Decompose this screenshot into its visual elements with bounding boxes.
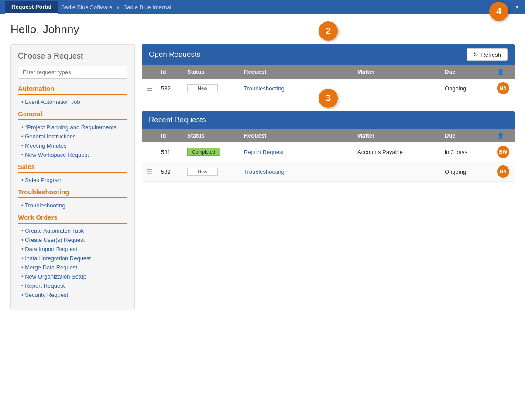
- sidebar-item[interactable]: Report Request: [18, 281, 127, 290]
- row-avatar-cell: NA: [493, 79, 515, 98]
- open-requests-title: Open Requests: [149, 50, 200, 59]
- sidebar-item[interactable]: Merge Data Request: [18, 263, 127, 272]
- row-matter: Accounts Payable: [353, 142, 440, 162]
- request-link[interactable]: Troubleshooting: [244, 169, 285, 175]
- request-link[interactable]: Troubleshooting: [244, 85, 285, 92]
- right-content: 2 Open Requests ↻ Refresh Id Status: [142, 44, 515, 310]
- breadcrumb-dot: ●: [116, 4, 120, 10]
- sidebar-item[interactable]: *Project Planning and Requirements: [18, 123, 127, 132]
- category-sales: SalesSales Program: [18, 163, 127, 185]
- row-status: Completed: [183, 142, 240, 162]
- row-due: Ongoing: [440, 79, 493, 98]
- category-items: *Project Planning and RequirementsGenera…: [18, 123, 127, 159]
- sidebar-item[interactable]: New Organization Setup: [18, 272, 127, 281]
- recent-requests-title: Recent Requests: [149, 116, 206, 124]
- sidebar-item[interactable]: General Instructions: [18, 132, 127, 141]
- open-requests-header-row: Id Status Request Matter Due 👤: [142, 65, 515, 79]
- th-matter-r: Matter: [353, 129, 440, 142]
- nav-breadcrumb: Sadie Blue Software ● Sadie Blue Interna…: [58, 4, 175, 10]
- sidebar-item[interactable]: Create Automated Task: [18, 226, 127, 235]
- row-due: in 3 days: [440, 142, 493, 162]
- category-title: Troubleshooting: [18, 188, 127, 198]
- th-menu: [142, 65, 157, 79]
- avatar-badge: NA: [497, 82, 509, 94]
- badge-2: 2: [319, 21, 338, 41]
- row-matter: [353, 79, 440, 98]
- greeting-text: Hello, Johnny: [10, 23, 515, 36]
- table-row: 581CompletedReport RequestAccounts Payab…: [142, 142, 515, 162]
- row-due: Ongoing: [440, 162, 493, 182]
- breadcrumb-company: Sadie Blue Software: [61, 4, 113, 10]
- nav-left: Request Portal Sadie Blue Software ● Sad…: [5, 1, 175, 14]
- th-due: Due: [440, 65, 493, 79]
- refresh-icon: ↻: [473, 51, 478, 58]
- refresh-label: Refresh: [481, 52, 501, 58]
- category-automation: AutomationEvent Automation Job: [18, 85, 127, 107]
- row-matter: [353, 162, 440, 182]
- th-request: Request: [240, 65, 353, 79]
- row-status: New: [183, 162, 240, 182]
- nav-tab-request-portal[interactable]: Request Portal: [5, 1, 58, 14]
- category-general: General*Project Planning and Requirement…: [18, 110, 127, 159]
- page-content: Hello, Johnny Choose a Request Automatio…: [0, 14, 525, 420]
- avatar-badge: NA: [497, 165, 509, 178]
- sidebar-item[interactable]: Meeting Minutes: [18, 141, 127, 150]
- row-status: New: [183, 79, 240, 98]
- row-id: 581: [157, 142, 183, 162]
- th-avatar: 👤: [493, 65, 515, 79]
- sidebar-item[interactable]: Troubleshooting: [18, 201, 127, 210]
- category-items: Create Automated TaskCreate User(s) Requ…: [18, 226, 127, 300]
- recent-requests-body: 581CompletedReport RequestAccounts Payab…: [142, 142, 515, 182]
- hamburger-icon[interactable]: ☰: [146, 168, 152, 176]
- breadcrumb-portal: Sadie Blue Internal: [124, 4, 172, 10]
- sidebar-item[interactable]: Data Import Request: [18, 244, 127, 254]
- th-status: Status: [183, 65, 240, 79]
- table-row: ☰582NewTroubleshootingOngoingNA: [142, 162, 515, 182]
- category-title: Sales: [18, 163, 127, 173]
- sidebar-item[interactable]: New Workspace Request: [18, 150, 127, 159]
- sidebar: Choose a Request AutomationEvent Automat…: [10, 44, 135, 310]
- recent-requests-section: 3 Recent Requests Id Status Request Matt…: [142, 111, 515, 182]
- status-badge: New: [187, 84, 218, 92]
- sidebar-item[interactable]: Create User(s) Request: [18, 235, 127, 244]
- sidebar-item[interactable]: Sales Program: [18, 176, 127, 185]
- main-layout: Choose a Request AutomationEvent Automat…: [10, 44, 515, 310]
- filter-input[interactable]: [18, 66, 127, 79]
- category-title: General: [18, 110, 127, 120]
- category-items: Event Automation Job: [18, 97, 127, 107]
- recent-requests-header-row: Id Status Request Matter Due 👤: [142, 129, 515, 142]
- refresh-button[interactable]: ↻ Refresh: [467, 48, 508, 61]
- request-link[interactable]: Report Request: [244, 149, 284, 155]
- sidebar-item[interactable]: Event Automation Job: [18, 97, 127, 107]
- status-badge: New: [187, 168, 218, 176]
- category-items: Sales Program: [18, 176, 127, 185]
- row-avatar-cell: NA: [493, 162, 515, 182]
- hamburger-icon[interactable]: ☰: [146, 85, 152, 92]
- recent-requests-table: Id Status Request Matter Due 👤 581Comple…: [142, 129, 515, 182]
- th-due-r: Due: [440, 129, 493, 142]
- category-work-orders: Work OrdersCreate Automated TaskCreate U…: [18, 213, 127, 300]
- row-request[interactable]: Troubleshooting: [240, 162, 353, 182]
- recent-requests-header: Recent Requests: [142, 111, 515, 129]
- status-badge: Completed: [187, 148, 220, 156]
- th-matter: Matter: [353, 65, 440, 79]
- th-id-r: Id: [157, 129, 183, 142]
- sidebar-item[interactable]: Security Request: [18, 290, 127, 300]
- chevron-down-icon[interactable]: ▼: [515, 4, 520, 10]
- th-id: Id: [157, 65, 183, 79]
- row-avatar-cell: BW: [493, 142, 515, 162]
- th-avatar-r: 👤: [493, 129, 515, 142]
- row-menu-icon: [142, 142, 157, 162]
- category-troubleshooting: TroubleshootingTroubleshooting: [18, 188, 127, 210]
- top-navigation: Request Portal Sadie Blue Software ● Sad…: [0, 0, 525, 14]
- badge-3: 3: [319, 89, 338, 108]
- sidebar-categories: AutomationEvent Automation JobGeneral*Pr…: [18, 85, 127, 300]
- sidebar-item[interactable]: Install Integration Request: [18, 254, 127, 263]
- row-menu-icon[interactable]: ☰: [142, 79, 157, 98]
- open-requests-header: Open Requests ↻ Refresh: [142, 44, 515, 65]
- avatar-badge: BW: [497, 146, 509, 158]
- row-id: 582: [157, 162, 183, 182]
- row-id: 582: [157, 79, 183, 98]
- row-menu-icon[interactable]: ☰: [142, 162, 157, 182]
- row-request[interactable]: Report Request: [240, 142, 353, 162]
